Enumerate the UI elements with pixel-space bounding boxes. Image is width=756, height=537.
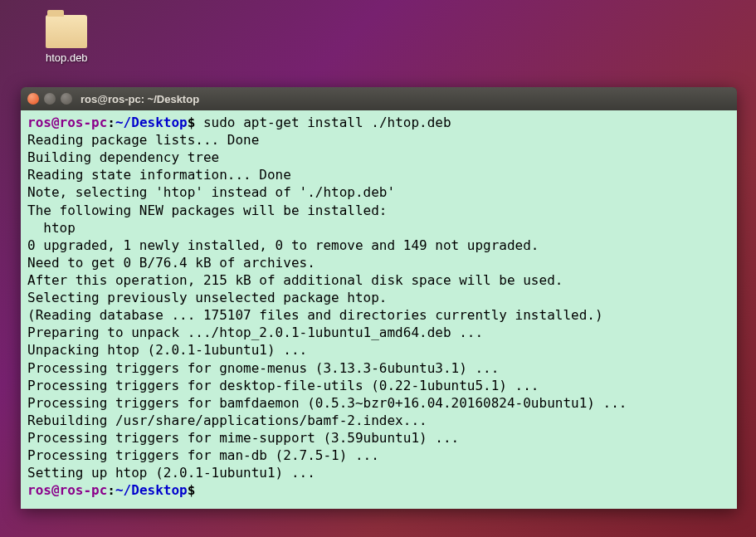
window-buttons	[27, 93, 72, 105]
desktop-file-icon[interactable]: htop.deb	[46, 15, 88, 64]
prompt-user-2: ros	[27, 482, 51, 498]
prompt-path-2: ~/Desktop	[115, 482, 188, 498]
output-line: Processing triggers for man-db (2.7.5-1)…	[27, 447, 730, 464]
prompt-host-2: ros-pc	[60, 482, 108, 498]
output-line: Need to get 0 B/76.4 kB of archives.	[27, 254, 730, 271]
output-line: Note, selecting 'htop' instead of './hto…	[27, 183, 730, 201]
output-line: After this operation, 215 kB of addition…	[27, 271, 730, 289]
output-line: Unpacking htop (2.0.1-1ubuntu1) ...	[27, 341, 730, 359]
titlebar[interactable]: ros@ros-pc: ~/Desktop	[21, 87, 737, 110]
output-line: Reading package lists... Done	[27, 131, 730, 149]
output-line: 0 upgraded, 1 newly installed, 0 to remo…	[27, 237, 730, 254]
close-button[interactable]	[27, 93, 39, 105]
output-line: Building dependency tree	[27, 149, 730, 166]
prompt-line-1: ros@ros-pc:~/Desktop$ sudo apt-get insta…	[27, 114, 730, 131]
output-line: Processing triggers for mime-support (3.…	[27, 429, 730, 447]
prompt-user: ros	[27, 115, 51, 130]
prompt-colon: :	[107, 115, 115, 130]
prompt-dollar: $	[188, 115, 196, 130]
prompt-at-2: @	[51, 482, 60, 498]
prompt-path: ~/Desktop	[115, 115, 188, 130]
output-line: Processing triggers for desktop-file-uti…	[27, 377, 730, 394]
terminal-output: Reading package lists... DoneBuilding de…	[27, 131, 730, 481]
output-line: Reading state information... Done	[27, 166, 730, 183]
desktop-file-label: htop.deb	[46, 51, 88, 64]
output-line: Processing triggers for gnome-menus (3.1…	[27, 359, 730, 377]
maximize-button[interactable]	[61, 93, 72, 105]
prompt-at: @	[51, 115, 60, 130]
output-line: The following NEW packages will be insta…	[27, 202, 730, 219]
terminal-body[interactable]: ros@ros-pc:~/Desktop$ sudo apt-get insta…	[21, 110, 737, 509]
package-icon	[46, 15, 87, 48]
minimize-button[interactable]	[44, 93, 56, 105]
output-line: (Reading database ... 175107 files and d…	[27, 306, 730, 324]
output-line: Preparing to unpack .../htop_2.0.1-1ubun…	[27, 324, 730, 341]
prompt-host: ros-pc	[60, 115, 108, 130]
command-text: sudo apt-get install ./htop.deb	[195, 115, 451, 130]
output-line: Rebuilding /usr/share/applications/bamf-…	[27, 412, 730, 429]
prompt-line-2: ros@ros-pc:~/Desktop$	[27, 481, 730, 499]
output-line: htop	[27, 219, 730, 237]
output-line: Processing triggers for bamfdaemon (0.5.…	[27, 394, 730, 412]
output-line: Setting up htop (2.0.1-1ubuntu1) ...	[27, 464, 730, 481]
output-line: Selecting previously unselected package …	[27, 289, 730, 306]
prompt-colon-2: :	[107, 482, 115, 498]
window-title: ros@ros-pc: ~/Desktop	[80, 93, 199, 105]
terminal-window: ros@ros-pc: ~/Desktop ros@ros-pc:~/Deskt…	[21, 87, 737, 509]
prompt-dollar-2: $	[188, 482, 196, 498]
